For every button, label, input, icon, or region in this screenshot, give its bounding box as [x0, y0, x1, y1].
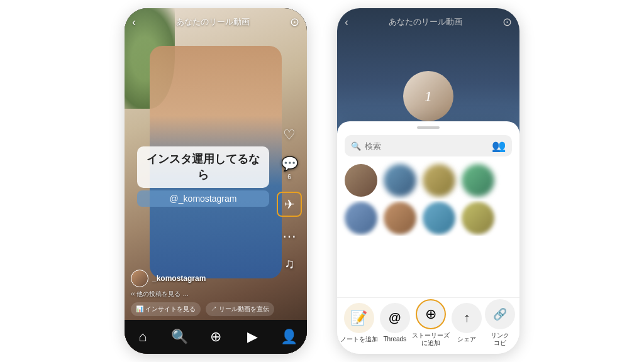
threads-icon-circle: @ [380, 303, 410, 333]
action-note[interactable]: 📝 ノートを追加 [340, 303, 378, 343]
bubble-icon: 💬 [281, 156, 298, 172]
camera-button[interactable]: ⊙ [290, 15, 299, 29]
right-back-button[interactable]: ‹ [345, 16, 348, 29]
insight-button[interactable]: 📊 インサイトを見る [131, 302, 201, 316]
right-phone: ‹ あなたのリール動画 ⊙ 1 🔍 👥 [337, 8, 519, 354]
share-sheet: 🔍 👥 [337, 121, 519, 354]
nav-profile[interactable]: 👤 [277, 326, 300, 348]
story-circle-6[interactable] [384, 202, 416, 234]
stories-add-icon: ⊕ [425, 306, 436, 322]
action-threads[interactable]: @ Threads [379, 303, 411, 343]
comment-count: 6 [281, 173, 298, 180]
action-share[interactable]: ↑ シェア [450, 303, 483, 343]
nav-add[interactable]: ⊕ [204, 326, 227, 348]
heart-icon: ♡ [283, 127, 296, 143]
comment-icon[interactable]: 💬 6 [281, 156, 298, 180]
story-circle-4[interactable] [462, 164, 494, 197]
add-friend-icon[interactable]: 👥 [492, 139, 506, 153]
link-icon: 🔗 [493, 307, 507, 321]
share-icon-circle: ↑ [452, 303, 482, 333]
send-button-highlighted[interactable]: ✈ [277, 192, 302, 217]
story-circle-2[interactable] [384, 164, 416, 197]
video-thumb-letter: 1 [425, 88, 432, 105]
nav-search[interactable]: 🔍 [168, 326, 191, 348]
note-icon: ♫ [284, 256, 295, 272]
send-icon: ✈ [284, 197, 295, 212]
more-icon[interactable]: ⋯ [282, 228, 296, 244]
note-label: ノートを追加 [340, 336, 378, 343]
video-thumbnail: 1 [403, 71, 453, 121]
right-top-area: ‹ あなたのリール動画 ⊙ 1 [337, 8, 519, 134]
story-circle-5[interactable] [345, 202, 377, 234]
story-row-2 [337, 200, 519, 236]
share-icon: ↑ [464, 310, 470, 325]
action-stories[interactable]: ⊕ ストーリーズに追加 [412, 299, 450, 347]
reel-actions: 📊 インサイトを見る ↗ リール動画を宣伝 [131, 302, 275, 316]
username-row: _komostagram [131, 270, 275, 287]
reel-username[interactable]: _komostagram [152, 274, 206, 283]
right-topbar: ‹ あなたのリール動画 ⊙ [337, 8, 519, 36]
reels-icon: ▶ [247, 329, 258, 345]
music-icon[interactable]: ♫ [284, 256, 295, 272]
action-bar: 📝 ノートを追加 @ Threads ⊕ [337, 297, 519, 354]
reel-topbar: ‹ あなたのリール動画 ⊙ [125, 8, 307, 36]
left-screen: ‹ あなたのリール動画 ⊙ インスタ運用してるなら @_komostagram … [125, 8, 307, 354]
search-icon-small: 🔍 [351, 141, 361, 151]
home-icon: ⌂ [138, 329, 147, 345]
like-icon[interactable]: ♡ [283, 127, 296, 145]
reel-title: あなたのリール動画 [176, 16, 250, 28]
bottom-nav: ⌂ 🔍 ⊕ ▶ 👤 [125, 320, 307, 354]
search-icon: 🔍 [171, 329, 188, 345]
ellipsis-icon: ⋯ [282, 228, 296, 244]
stories-label: ストーリーズに追加 [412, 332, 450, 347]
reel-bottom: _komostagram ‹‹ 他の投稿を見る … 📊 インサイトを見る ↗ リ… [131, 270, 275, 316]
right-camera-button[interactable]: ⊙ [502, 15, 512, 29]
story-circle-3[interactable] [423, 164, 455, 197]
boost-button[interactable]: ↗ リール動画を宣伝 [206, 302, 274, 316]
left-phone: ‹ あなたのリール動画 ⊙ インスタ運用してるなら @_komostagram … [125, 8, 307, 354]
threads-label: Threads [383, 336, 406, 343]
main-container: ‹ あなたのリール動画 ⊙ インスタ運用してるなら @_komostagram … [0, 0, 644, 362]
add-icon: ⊕ [210, 329, 221, 345]
story-circle-1[interactable] [345, 164, 377, 197]
action-link-copy[interactable]: 🔗 リンクコピ [484, 299, 516, 347]
right-screen: ‹ あなたのリール動画 ⊙ 1 🔍 👥 [337, 8, 519, 354]
right-reel-title: あなたのリール動画 [389, 16, 462, 28]
nav-home[interactable]: ⌂ [131, 326, 154, 348]
link-icon-circle: 🔗 [485, 299, 515, 329]
nav-reels[interactable]: ▶ [241, 326, 264, 348]
search-input[interactable] [365, 141, 488, 151]
story-circle-8[interactable] [462, 202, 494, 234]
drag-handle[interactable] [417, 126, 440, 129]
stories-icon-circle: ⊕ [416, 299, 446, 329]
reel-sidebar: ♡ 💬 6 ✈ ⋯ ♫ [277, 127, 302, 272]
story-circle-7[interactable] [423, 202, 455, 234]
username-tag[interactable]: @_komostagram [137, 190, 269, 207]
threads-icon: @ [389, 310, 401, 325]
share-label: シェア [457, 336, 476, 343]
search-bar: 🔍 👥 [345, 135, 512, 156]
link-label: リンクコピ [491, 332, 509, 347]
back-button[interactable]: ‹ [132, 16, 136, 29]
avatar [131, 270, 148, 287]
profile-icon: 👤 [280, 329, 297, 345]
reel-subtitle: ‹‹ 他の投稿を見る … [131, 290, 275, 299]
text-overlay: インスタ運用してるなら [137, 146, 269, 188]
note-icon: 📝 [350, 310, 367, 326]
note-icon-circle: 📝 [344, 303, 374, 333]
story-row-1 [337, 160, 519, 200]
